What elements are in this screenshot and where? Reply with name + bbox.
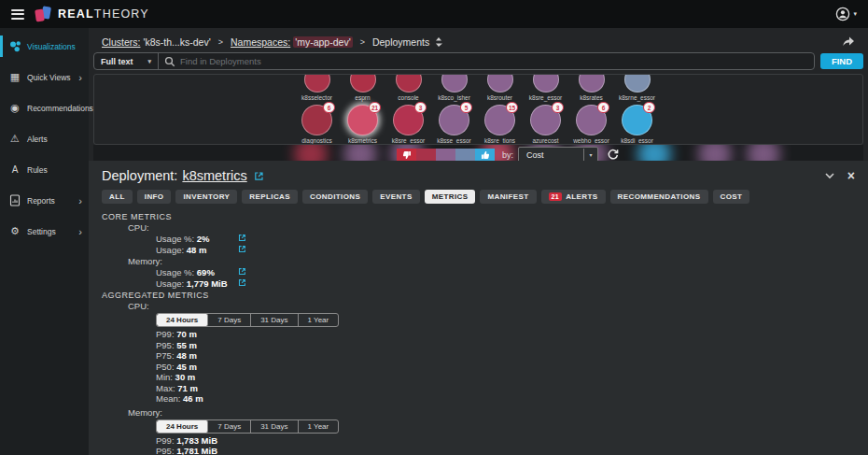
bubble-circle[interactable]: [579, 74, 605, 92]
sidebar-item-alerts[interactable]: ⚠ Alerts: [0, 123, 89, 154]
panel-title-deployment-name[interactable]: k8smetrics: [182, 168, 246, 183]
user-menu[interactable]: ▾: [835, 7, 857, 21]
core-cpu-usage: Usage: 48 m: [102, 245, 868, 256]
sidebar-item-quick-views[interactable]: ▦ Quick Views ›: [0, 62, 89, 92]
cpu-stat-p75: P75: 48 m: [102, 350, 868, 362]
bubble-esprn[interactable]: esprn: [340, 75, 385, 101]
cpu-stat-mean: Mean: 46 m: [102, 393, 868, 405]
bubble-k8sselector[interactable]: k8sselector: [294, 75, 340, 101]
stat-label: P95:: [156, 446, 175, 455]
collapse-chevron-icon[interactable]: [825, 173, 834, 179]
tab-all[interactable]: ALL: [102, 190, 133, 204]
search-input[interactable]: Find in Deployments: [180, 56, 261, 66]
tab-recommendations[interactable]: RECOMMENDATIONS: [610, 190, 708, 204]
target-icon: ◉: [8, 103, 21, 113]
stat-label: Mean:: [156, 393, 180, 404]
tab-info[interactable]: INFO: [137, 190, 172, 204]
search-mode-select[interactable]: Full text ▾: [94, 53, 159, 69]
sidebar-item-label: Alerts: [27, 135, 48, 144]
panel-tabs: ALL INFO INVENTORY REPLICAS CONDITIONS E…: [102, 190, 868, 204]
bubble-k8srates[interactable]: k8srates: [568, 75, 614, 101]
bubble-circle[interactable]: [533, 74, 559, 92]
bubble-k8sco-isher[interactable]: k8sco_isher: [431, 75, 477, 101]
color-by-value: Cost: [519, 150, 583, 160]
tab-alerts[interactable]: 21ALERTS: [541, 190, 606, 204]
bubble-circle[interactable]: [396, 74, 422, 92]
chevron-right-icon: ›: [78, 196, 82, 206]
sidebar-item-settings[interactable]: ⚙ Settings ›: [0, 216, 89, 247]
bubble-label: k8sco_isher: [438, 94, 470, 101]
time-tab-1-year[interactable]: 1 Year: [299, 314, 339, 326]
bubble-k8srne-essor[interactable]: k8srne_essor: [614, 75, 660, 101]
time-tab-24-hours[interactable]: 24 Hours: [157, 420, 208, 433]
sidebar-item-visualizations[interactable]: Visualizations: [0, 31, 89, 62]
breadcrumb-deployments[interactable]: Deployments: [372, 36, 429, 48]
time-tab-7-days[interactable]: 7 Days: [208, 420, 251, 433]
bubble-k8sre-essor[interactable]: 3k8sre_essor: [385, 105, 431, 144]
time-tab-31-days[interactable]: 31 Days: [251, 314, 298, 326]
time-tab-7-days[interactable]: 7 Days: [208, 314, 251, 326]
open-chart-icon[interactable]: [238, 234, 246, 245]
bubble-console[interactable]: console: [385, 75, 431, 101]
bubble-k8sre-tions[interactable]: 15k8sre_tions: [477, 105, 523, 144]
bubble-diagnostics[interactable]: 6diagnostics: [294, 105, 340, 144]
tab-inventory[interactable]: INVENTORY: [175, 190, 237, 204]
external-link-icon[interactable]: [254, 171, 264, 181]
bubble-k8sse-essor[interactable]: 5k8sse_essor: [431, 105, 477, 144]
tab-alerts-label: ALERTS: [566, 192, 597, 201]
bubble-k8sdi-essor[interactable]: 2k8sdi_essor: [614, 105, 660, 144]
stat-value: 45 m: [176, 362, 197, 372]
sidebar-item-label: Quick Views: [27, 73, 71, 82]
open-chart-icon[interactable]: [238, 267, 246, 278]
bubble-circle[interactable]: [350, 74, 376, 92]
bubble-circle[interactable]: [304, 74, 330, 92]
bubble-k8smetrics[interactable]: 21k8smetrics: [340, 105, 385, 144]
bubble-label: k8sre_essor: [529, 94, 562, 101]
alert-count-badge: 15: [506, 102, 518, 113]
bubble-circle[interactable]: [441, 74, 468, 92]
hamburger-menu-icon[interactable]: [11, 9, 24, 20]
core-memory-usage: Usage: 1,779 MiB: [102, 278, 868, 290]
metric-value: 1,779 MiB: [187, 278, 228, 289]
alerts-count-badge: 21: [549, 192, 563, 201]
metric-label: Usage %:: [156, 234, 194, 244]
refresh-icon[interactable]: [607, 149, 619, 161]
grid-icon: ▦: [8, 72, 21, 82]
bubble-azurecost[interactable]: 3azurecost: [523, 105, 568, 144]
user-menu-caret-icon: ▾: [853, 10, 857, 18]
time-tab-24-hours[interactable]: 24 Hours: [157, 314, 208, 326]
stat-value: 30 m: [175, 372, 196, 382]
time-tab-31-days[interactable]: 31 Days: [251, 420, 298, 433]
sort-arrows-icon[interactable]: [435, 36, 442, 48]
open-chart-icon[interactable]: [238, 245, 246, 256]
app-window: REALTHEORY ▾ Visualizations ▦ Quick View…: [0, 0, 868, 455]
find-button[interactable]: FIND: [820, 53, 863, 69]
cpu-stat-min: Min: 30 m: [102, 372, 868, 383]
tab-events[interactable]: EVENTS: [372, 190, 419, 204]
bubble-label: webho_essor: [573, 137, 609, 144]
sidebar-item-rules[interactable]: A Rules: [0, 154, 89, 185]
open-chart-icon[interactable]: [238, 278, 246, 290]
visualizations-icon: [8, 40, 21, 52]
breadcrumb-namespaces-link[interactable]: Namespaces:: [231, 36, 290, 48]
tab-manifest[interactable]: MANIFEST: [480, 190, 536, 204]
bubble-webho-essor[interactable]: 6webho_essor: [568, 105, 614, 144]
bubble-k8sre-essor[interactable]: k8sre_essor: [523, 75, 568, 101]
time-tab-1-year[interactable]: 1 Year: [299, 420, 339, 433]
bubble-circle[interactable]: [624, 74, 651, 92]
metric-label: Usage:: [156, 245, 184, 255]
share-arrow-icon[interactable]: [842, 36, 855, 49]
tab-cost[interactable]: COST: [713, 190, 750, 204]
sidebar-item-reports[interactable]: Reports ›: [0, 185, 89, 216]
bubble-circle[interactable]: [487, 74, 513, 92]
tab-conditions[interactable]: CONDITIONS: [302, 190, 368, 204]
bubble-label: k8srouter: [487, 94, 512, 101]
tab-metrics[interactable]: METRICS: [425, 190, 476, 204]
search-bar: Full text ▾ Find in Deployments: [93, 52, 815, 70]
sidebar-item-recommendations[interactable]: ◉ Recommendations: [0, 92, 89, 123]
close-icon[interactable]: ×: [847, 171, 855, 180]
breadcrumb-clusters-link[interactable]: Clusters:: [102, 36, 140, 48]
bubble-k8srouter[interactable]: k8srouter: [477, 75, 523, 101]
tab-replicas[interactable]: REPLICAS: [242, 190, 298, 204]
search-icon: [164, 56, 175, 67]
